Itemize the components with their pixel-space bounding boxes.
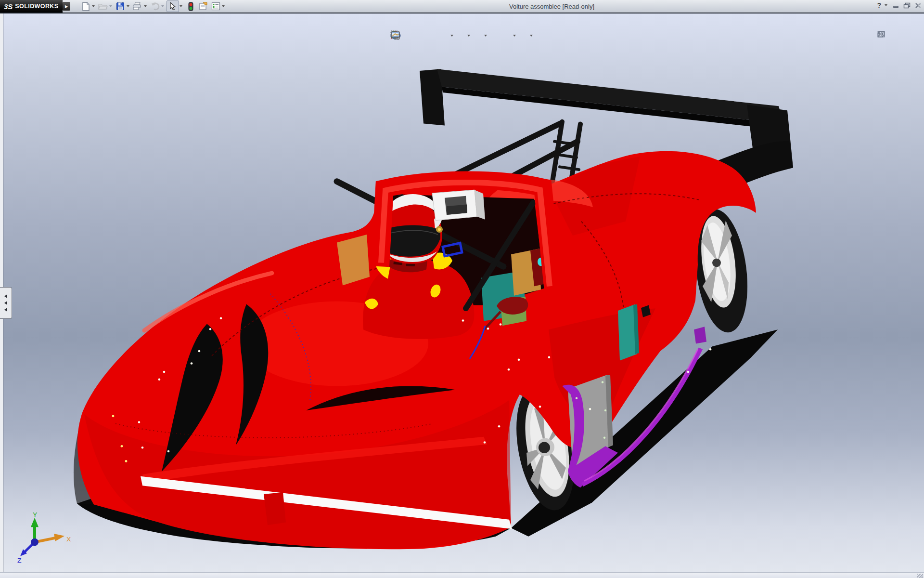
print-icon [133,2,142,11]
display-style-button[interactable] [455,30,466,41]
hide-show-items-button[interactable] [472,30,483,41]
triad-z-label: Z [17,557,22,565]
print-dropdown[interactable] [144,5,147,7]
triad-x-label: X [66,535,71,543]
open-folder-icon [98,2,108,10]
view-settings-button[interactable] [517,30,529,41]
model-scene: Y X Z [0,13,924,572]
edit-appearance-button[interactable] [488,30,500,41]
heads-up-view-toolbar [390,30,534,41]
help-dropdown[interactable] [885,4,887,6]
display-style-dropdown[interactable] [467,35,470,37]
window-title: Voiture assomblee [Read-only] [509,3,594,10]
collapse-arrow-icon [4,301,7,305]
select-dropdown[interactable] [180,5,182,7]
options-dropdown[interactable] [222,5,225,7]
new-document-button[interactable] [80,1,91,12]
section-view-button[interactable] [426,30,437,41]
apply-scene-dropdown[interactable] [513,35,516,37]
save-floppy-icon [116,2,125,11]
options-button[interactable] [210,1,221,12]
solidworks-logo: 3S SOLIDWORKS [0,0,63,13]
solidworks-window: 3S SOLIDWORKS ▶ [0,0,924,578]
open-button[interactable] [97,1,109,12]
view-orientation-dropdown[interactable] [450,35,453,37]
resize-grip[interactable] [917,574,923,578]
traffic-light-icon [188,2,193,11]
select-cursor-icon [169,2,176,11]
undo-icon [150,2,160,11]
rebuild-button[interactable] [185,1,196,12]
undo-button[interactable] [149,1,161,12]
select-button[interactable] [167,0,179,12]
zoom-to-area-button[interactable] [402,30,413,41]
previous-view-button[interactable] [414,30,425,41]
intake-box [432,190,485,220]
doc-minimize-button[interactable] [889,31,897,38]
view-settings-icon [390,30,401,40]
open-dropdown[interactable] [109,5,112,7]
file-properties-button[interactable] [197,1,209,12]
document-window-controls [877,31,920,38]
brand-text: SOLIDWORKS [15,3,58,10]
minimize-button[interactable] [892,2,900,9]
doc-restore-button[interactable] [900,31,909,38]
view-orientation-button[interactable] [438,30,449,41]
new-dropdown[interactable] [92,5,95,7]
doc-close-button[interactable] [912,31,920,38]
file-properties-icon [199,2,208,11]
options-checklist-icon [211,2,220,11]
title-bar: 3S SOLIDWORKS ▶ [0,0,924,13]
print-button[interactable] [132,1,143,12]
new-document-icon [82,2,90,11]
help-button[interactable]: ? [877,1,881,9]
feature-manager-expand-handle[interactable] [0,287,12,319]
menu-expand-arrow[interactable]: ▶ [63,2,70,11]
graphics-viewport[interactable]: Y X Z [0,13,924,572]
restore-button[interactable] [903,2,911,9]
standard-toolbar [79,0,226,12]
collapse-arrow-icon [4,294,7,298]
undo-dropdown[interactable] [161,5,164,7]
save-button[interactable] [115,1,126,12]
close-button[interactable] [914,2,922,9]
save-dropdown[interactable] [127,5,129,7]
hide-show-items-dropdown[interactable] [484,35,487,37]
apply-scene-button[interactable] [500,30,512,41]
reference-triad: Y X Z [17,511,71,564]
main-window-controls: ? [877,1,922,9]
triad-y-label: Y [33,511,37,518]
collapse-arrow-icon [4,308,7,312]
status-bar [0,572,924,578]
view-settings-dropdown[interactable] [530,35,533,37]
3ds-logo-icon: 3S [4,2,13,11]
